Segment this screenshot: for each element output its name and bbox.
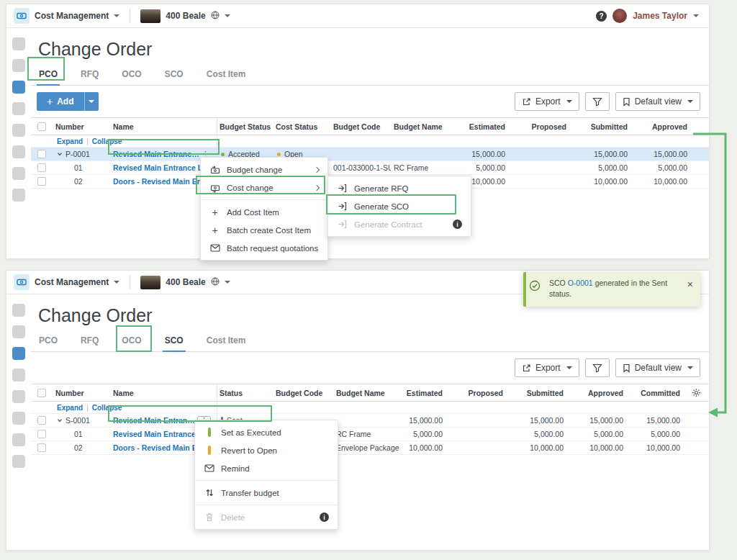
sidebar-item[interactable] <box>12 167 25 180</box>
select-all-checkbox[interactable] <box>37 122 46 131</box>
menu-item-transfer-budget[interactable]: Transfer budget <box>195 484 338 502</box>
table-row[interactable]: 01 Revised Main Entrance Layout pe RC Fr… <box>31 428 709 441</box>
export-button[interactable]: Export <box>515 92 579 111</box>
filter-button[interactable] <box>585 92 610 111</box>
select-all-checkbox[interactable] <box>37 389 46 397</box>
menu-item-add-cost-item[interactable]: + Add Cost Item <box>201 203 327 221</box>
tab-pco[interactable]: PCO <box>37 66 60 86</box>
sidebar-item[interactable] <box>12 390 25 403</box>
add-split-dropdown[interactable] <box>84 92 99 111</box>
table-row[interactable]: P-0001 Revised Main Entrance Layout pe..… <box>31 148 709 161</box>
add-button[interactable]: +Add <box>37 92 99 111</box>
col-name[interactable]: Name <box>103 122 217 131</box>
col-approved[interactable]: Approved <box>630 122 690 131</box>
sidebar-item[interactable] <box>12 37 25 50</box>
menu-item-budget-change[interactable]: Budget change <box>201 161 327 179</box>
col-budget-code[interactable]: Budget Code <box>273 389 333 397</box>
sidebar-item[interactable] <box>12 124 25 137</box>
table-row[interactable]: S-0001 Revised Main Entrance Layout pe..… <box>31 414 709 428</box>
close-icon[interactable]: × <box>687 279 693 289</box>
col-budget-name[interactable]: Budget Name <box>391 122 453 131</box>
expand-link[interactable]: Expand <box>57 137 83 145</box>
table-row[interactable]: 02 Doors - Revised Main Entrance L Envel… <box>31 441 709 455</box>
col-proposed[interactable]: Proposed <box>508 122 569 131</box>
product-name[interactable]: Cost Management <box>35 11 109 21</box>
menu-item-generate-sco[interactable]: Generate SCO <box>328 197 471 215</box>
col-budget-name[interactable]: Budget Name <box>333 389 402 397</box>
menu-item-revert-to-open[interactable]: Revert to Open <box>195 441 338 459</box>
export-button[interactable]: Export <box>515 358 579 377</box>
tab-sco[interactable]: SCO <box>163 332 186 352</box>
col-cost-status[interactable]: Cost Status <box>273 122 330 131</box>
table-row[interactable]: 01 Revised Main Entrance Layout pe 001-0… <box>31 161 709 175</box>
filter-button[interactable] <box>585 358 610 377</box>
row-checkbox[interactable] <box>37 430 46 438</box>
col-estimated[interactable]: Estimated <box>402 389 446 397</box>
row-name-link[interactable]: Revised Main Entrance Layout pe... <box>113 416 197 425</box>
project-name[interactable]: 400 Beale <box>166 11 205 21</box>
sidebar-item[interactable] <box>12 145 25 158</box>
row-name-link[interactable]: Revised Main Entrance Layout pe <box>113 163 211 172</box>
collapse-link[interactable]: Collapse <box>92 404 122 412</box>
col-status[interactable]: Status <box>217 389 273 397</box>
sidebar-item[interactable] <box>12 59 25 72</box>
sidebar-item[interactable] <box>12 102 25 115</box>
sidebar-item[interactable] <box>12 189 25 202</box>
col-committed[interactable]: Committed <box>626 389 683 397</box>
row-name-link[interactable]: Revised Main Entrance Layout pe... <box>113 150 200 158</box>
col-number[interactable]: Number <box>53 389 103 397</box>
row-checkbox[interactable] <box>37 177 46 186</box>
row-name-link[interactable]: Doors - Revised Main Entrance L <box>113 177 211 186</box>
col-budget-status[interactable]: Budget Status <box>217 122 273 131</box>
info-icon[interactable]: i <box>453 220 462 229</box>
sidebar-item[interactable] <box>12 369 25 381</box>
row-checkbox[interactable] <box>37 443 46 452</box>
row-checkbox[interactable] <box>37 163 46 172</box>
user-name[interactable]: James Taylor <box>633 11 687 21</box>
product-name[interactable]: Cost Management <box>35 277 109 287</box>
menu-item-batch-create-cost-item[interactable]: + Batch create Cost Item <box>201 221 327 239</box>
chevron-down-icon[interactable] <box>693 14 699 20</box>
sidebar-item[interactable] <box>12 455 25 468</box>
menu-item-remind[interactable]: Remind <box>195 459 338 477</box>
col-estimated[interactable]: Estimated <box>453 122 508 131</box>
menu-item-batch-request-quotations[interactable]: Batch request quotations <box>201 239 327 257</box>
default-view-button[interactable]: Default view <box>615 358 700 377</box>
expand-link[interactable]: Expand <box>57 404 83 412</box>
sidebar-item-active[interactable] <box>12 347 25 360</box>
tab-sco[interactable]: SCO <box>163 66 186 86</box>
default-view-button[interactable]: Default view <box>615 92 700 111</box>
chevron-down-icon[interactable] <box>114 14 119 20</box>
chevron-down-icon[interactable] <box>225 281 230 286</box>
tab-rfq[interactable]: RFQ <box>78 66 101 86</box>
sidebar-item[interactable] <box>12 304 25 317</box>
sco-link[interactable]: O-0001 <box>568 279 593 287</box>
col-submitted[interactable]: Submitted <box>569 122 630 131</box>
chevron-down-icon[interactable] <box>225 14 230 20</box>
row-checkbox[interactable] <box>37 416 46 425</box>
row-checkbox[interactable] <box>37 150 46 158</box>
chevron-down-icon[interactable] <box>114 281 119 286</box>
sidebar-item[interactable] <box>12 433 25 446</box>
col-number[interactable]: Number <box>53 122 103 131</box>
col-budget-code[interactable]: Budget Code <box>330 122 391 131</box>
tab-oco[interactable]: OCO <box>119 332 143 352</box>
menu-item-cost-change[interactable]: Cost change <box>201 179 327 197</box>
sidebar-item[interactable] <box>12 412 25 425</box>
tab-cost-item[interactable]: Cost Item <box>204 332 248 352</box>
gear-icon[interactable] <box>692 388 701 397</box>
sidebar-item[interactable] <box>12 325 25 338</box>
tab-pco[interactable]: PCO <box>37 332 60 352</box>
col-submitted[interactable]: Submitted <box>506 389 566 397</box>
col-approved[interactable]: Approved <box>566 389 626 397</box>
tab-cost-item[interactable]: Cost Item <box>204 66 248 86</box>
collapse-link[interactable]: Collapse <box>92 137 122 145</box>
tab-oco[interactable]: OCO <box>119 66 143 86</box>
help-icon[interactable]: ? <box>596 11 607 22</box>
sidebar-item-active[interactable] <box>12 81 25 94</box>
menu-item-generate-rfq[interactable]: Generate RFQ <box>328 179 471 197</box>
project-name[interactable]: 400 Beale <box>166 277 205 287</box>
col-proposed[interactable]: Proposed <box>446 389 506 397</box>
menu-item-set-as-executed[interactable]: Set as Executed <box>195 423 338 441</box>
tab-rfq[interactable]: RFQ <box>78 332 101 352</box>
